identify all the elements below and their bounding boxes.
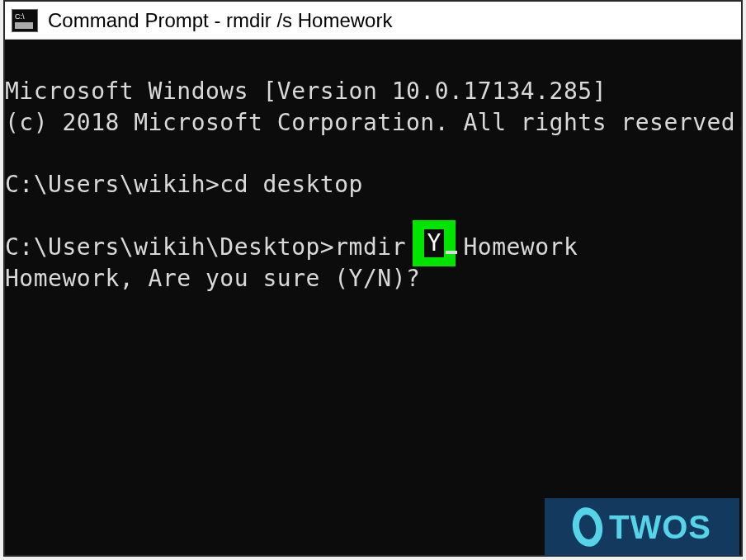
terminal-line: C:\Users\wikih>cd desktop bbox=[5, 171, 363, 198]
terminal-line: C:\Users\wikih\Desktop>rmdir /s Homework bbox=[5, 233, 578, 261]
terminal-line: (c) 2018 Microsoft Corporation. All righ… bbox=[5, 109, 741, 136]
terminal-line: Microsoft Windows [Version 10.0.17134.28… bbox=[5, 78, 607, 105]
command-prompt-window: Command Prompt - rmdir /s Homework Micro… bbox=[3, 0, 743, 557]
typed-char: Y bbox=[424, 229, 445, 257]
watermark-logo-icon bbox=[573, 507, 602, 547]
input-highlight: Y bbox=[413, 220, 456, 266]
terminal-area[interactable]: Microsoft Windows [Version 10.0.17134.28… bbox=[5, 40, 741, 555]
watermark-text: TWOS bbox=[609, 509, 711, 546]
titlebar[interactable]: Command Prompt - rmdir /s Homework bbox=[5, 2, 741, 40]
terminal-line: Homework, Are you sure (Y/N)? bbox=[5, 265, 420, 292]
cmd-icon bbox=[12, 9, 38, 32]
watermark-badge: TWOS bbox=[545, 498, 739, 556]
text-cursor bbox=[446, 251, 457, 254]
window-title: Command Prompt - rmdir /s Homework bbox=[48, 9, 392, 32]
